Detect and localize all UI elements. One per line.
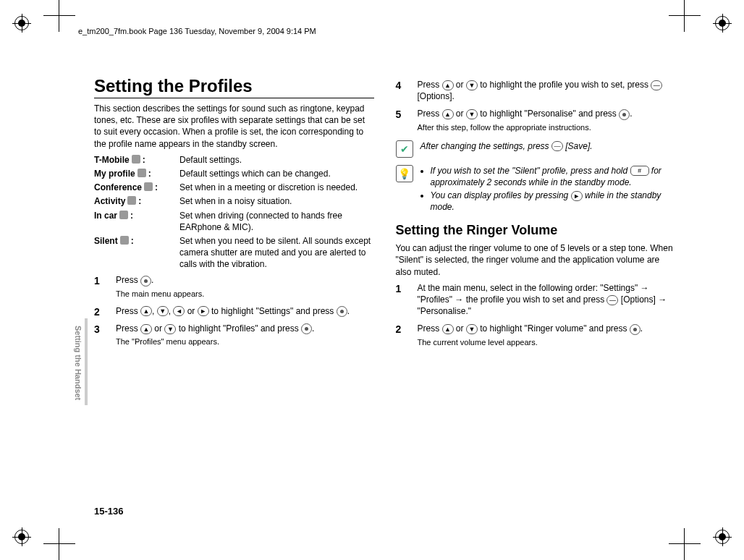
profile-name: Silent [94, 235, 118, 247]
step-text: . [641, 323, 643, 334]
step-item: Press ▲ or ▼ to highlight "Personalise" … [396, 108, 676, 132]
profile-name: T-Mobile [94, 154, 130, 166]
step-subtext: The main menu appears. [116, 289, 374, 300]
step-text: . [630, 109, 632, 119]
step-subtext: The "Profiles" menu appears. [116, 336, 374, 347]
key-down-icon: ▼ [157, 306, 169, 316]
step-text: Press [418, 323, 442, 334]
profile-row: T-Mobile: Default settings. [94, 154, 374, 166]
key-center-icon [619, 109, 630, 120]
key-center-icon [337, 306, 347, 317]
profile-desc: Set when driving (connected to hands fre… [179, 210, 374, 233]
step-item: Press ▲ or ▼ to highlight "Ringer volume… [396, 323, 676, 347]
profile-icon [127, 196, 136, 205]
note-bullet: If you wish to set the "Silent" profile,… [431, 165, 676, 188]
key-hash-icon: # [630, 166, 649, 176]
step-text: Press [418, 109, 442, 119]
subsection-intro: You can adjust the ringer volume to one … [396, 242, 676, 278]
note-fragment: If you wish to set the "Silent" profile,… [431, 166, 630, 176]
step-text: , [152, 306, 157, 316]
profile-icon [119, 211, 128, 219]
key-down-icon: ▼ [466, 80, 478, 90]
step-item: Press ▲ or ▼ to highlight "Profiles" and… [94, 323, 374, 347]
step-list: Press ▲ or ▼ to highlight the profile yo… [396, 79, 676, 133]
page-number: 15-136 [94, 506, 123, 517]
column-left: Setting the Profiles This section descri… [94, 76, 374, 495]
profile-icon [120, 236, 129, 245]
step-text: Press [116, 275, 140, 285]
note-fragment: You can display profiles by pressing [431, 190, 571, 200]
step-list: Press . The main menu appears. Press ▲, … [94, 274, 374, 347]
key-up-icon: ▲ [442, 324, 454, 334]
profile-name: My profile [94, 168, 135, 179]
step-text: , [169, 306, 174, 316]
step-text: to highlight "Personalise" and press [478, 109, 619, 119]
step-text: Press [116, 306, 140, 316]
key-left-icon: ◄ [173, 306, 185, 316]
section-title: Setting the Profiles [94, 76, 374, 98]
registration-mark [14, 16, 29, 30]
page-content: Setting the Profiles This section descri… [94, 76, 675, 495]
note-text: After changing the settings, press — [Sa… [420, 140, 676, 152]
crop-mark [669, 0, 701, 32]
intro-text: This section describes the settings for … [94, 103, 374, 150]
step-text: or [454, 80, 466, 90]
page-header: e_tm200_7fm.book Page 136 Tuesday, Novem… [78, 27, 316, 35]
step-subtext: After this step, follow the appropriate … [418, 122, 676, 133]
profile-row: Silent: Set when you need to be silent. … [94, 235, 374, 271]
step-text: to highlight "Ringer volume" and press [478, 323, 630, 334]
step-text: to highlight "Profiles" and press [176, 323, 301, 334]
profile-desc: Set when you need to be silent. All soun… [179, 235, 374, 271]
key-right-icon: ► [198, 306, 209, 316]
bulb-icon: 💡 [396, 165, 413, 182]
step-text: or [454, 323, 466, 334]
note-bullet: You can display profiles by pressing ► w… [431, 190, 676, 213]
key-softkey-icon: — [651, 80, 662, 90]
step-item: At the main menu, select in the followin… [396, 282, 676, 318]
registration-mark [14, 530, 29, 544]
registration-mark [715, 530, 730, 544]
profile-name: Conference [94, 182, 142, 193]
note-fragment: [Save]. [563, 141, 593, 151]
profile-icon [138, 169, 146, 177]
profile-desc: Default settings. [179, 154, 374, 166]
step-text: . [151, 275, 153, 285]
note-fragment: After changing the settings, press [420, 141, 551, 151]
step-subtext: The current volume level appears. [418, 337, 676, 348]
step-item: Press . The main menu appears. [94, 274, 374, 299]
key-softkey-icon: — [551, 141, 563, 151]
step-text: or [454, 109, 466, 119]
crop-mark [43, 0, 75, 32]
key-down-icon: ▼ [466, 109, 478, 119]
profile-desc: Set when in a meeting or discretion is n… [179, 182, 374, 193]
crop-mark [669, 528, 701, 560]
subsection-title: Setting the Ringer Volume [396, 223, 676, 238]
profile-row: In car: Set when driving (connected to h… [94, 210, 374, 233]
profile-row: My profile: Default settings which can b… [94, 168, 374, 179]
key-center-icon [630, 324, 641, 335]
step-item: Press ▲, ▼, ◄ or ► to highlight "Setting… [94, 305, 374, 317]
column-right: Press ▲ or ▼ to highlight the profile yo… [396, 76, 676, 495]
side-tab-bar [85, 318, 88, 405]
key-down-icon: ▼ [466, 324, 478, 334]
profile-list: T-Mobile: Default settings. My profile: … [94, 154, 374, 271]
profile-name: In car [94, 210, 117, 221]
profile-icon [144, 182, 153, 191]
note-tip: 💡 If you wish to set the "Silent" profil… [396, 165, 676, 215]
side-tab-label: Setting the Handset [74, 326, 83, 400]
profile-row: Activity: Set when in a noisy situation. [94, 195, 374, 207]
key-up-icon: ▲ [140, 324, 152, 334]
key-up-icon: ▲ [442, 80, 454, 90]
check-icon: ✔ [396, 140, 413, 158]
crop-mark [43, 528, 75, 560]
step-text: . [312, 323, 314, 334]
step-text: or [185, 306, 197, 316]
profile-icon [132, 155, 140, 164]
profile-row: Conference: Set when in a meeting or dis… [94, 182, 374, 193]
note-check: ✔ After changing the settings, press — [… [396, 140, 676, 158]
key-right-icon: ► [571, 191, 583, 201]
step-text: to highlight "Settings" and press [209, 306, 337, 316]
step-text: or [152, 323, 164, 334]
step-text: [Options]. [418, 91, 455, 101]
key-softkey-icon: — [606, 295, 618, 305]
